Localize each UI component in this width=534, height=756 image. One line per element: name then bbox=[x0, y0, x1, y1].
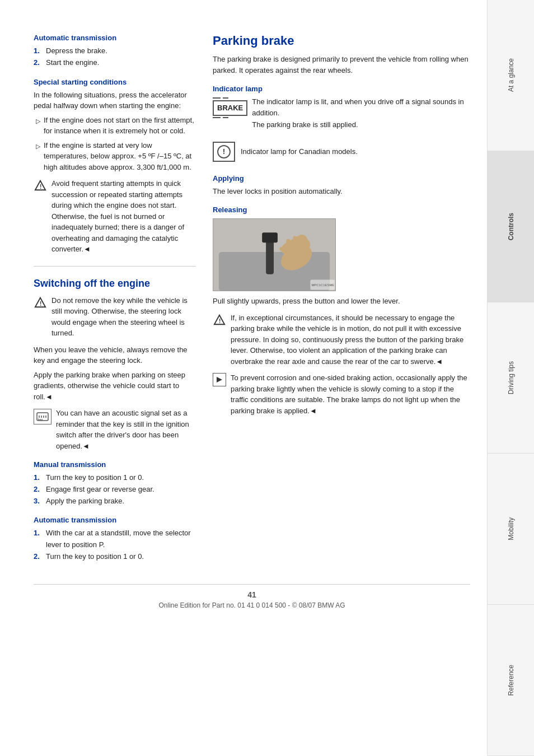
releasing-title: Releasing bbox=[213, 206, 470, 214]
warning-box-2: ! If, in exceptional circumstances, it s… bbox=[213, 312, 470, 367]
warning-triangle-icon: ! bbox=[34, 179, 47, 192]
warning-box-switching: ! Do not remove the key while the vehicl… bbox=[34, 295, 196, 339]
switching-p1: When you leave the vehicle, always remov… bbox=[34, 344, 196, 366]
copyright-text: Online Edition for Part no. 01 41 0 014 … bbox=[34, 601, 470, 609]
indicator-lamp-title: Indicator lamp bbox=[213, 85, 470, 93]
svg-text:!: ! bbox=[40, 300, 41, 306]
indicator-line bbox=[213, 117, 221, 118]
svg-text:!: ! bbox=[40, 184, 41, 190]
list-item: 1. Depress the brake. bbox=[34, 45, 196, 57]
svg-marker-23 bbox=[217, 377, 222, 382]
bullet-arrow: ▷ bbox=[36, 116, 40, 126]
warning-box-1: ! Avoid frequent starting attempts in qu… bbox=[34, 178, 196, 255]
reminder-note-box: key You can have an acoustic signal set … bbox=[34, 408, 196, 451]
switching-title: Switching off the engine bbox=[34, 278, 196, 290]
applying-text: The lever locks in position automaticall… bbox=[213, 186, 470, 197]
sidebar-section-controls[interactable]: Controls bbox=[488, 151, 534, 302]
sidebar-section-at-a-glance[interactable]: At a glance bbox=[488, 0, 534, 151]
tip-arrow-icon bbox=[213, 373, 226, 386]
special-conditions-intro: In the following situations, press the a… bbox=[34, 90, 196, 111]
canadian-label: Indicator lamp for Canadian models. bbox=[241, 147, 358, 156]
auto-trans-title: Automatic transmission bbox=[34, 34, 196, 42]
tip-box: To prevent corrosion and one-sided braki… bbox=[213, 372, 470, 416]
right-column: Parking brake The parking brake is desig… bbox=[213, 34, 470, 567]
divider bbox=[34, 266, 196, 267]
indicator-line bbox=[213, 97, 221, 99]
indicator-text2: The parking brake is still applied. bbox=[252, 119, 470, 130]
canadian-indicator-icon: ! bbox=[213, 142, 235, 162]
svg-rect-12 bbox=[262, 232, 278, 242]
page-number: 41 bbox=[34, 590, 470, 599]
bullet-arrow: ▷ bbox=[36, 142, 40, 151]
applying-title: Applying bbox=[213, 174, 470, 183]
auto-trans2-steps: 1. With the car at a standstill, move th… bbox=[34, 528, 196, 562]
list-item: ▷ If the engine is started at very low t… bbox=[34, 140, 196, 173]
circle-i-icon: ! bbox=[217, 145, 231, 158]
manual-trans-steps: 1. Turn the key to position 1 or 0. 2. E… bbox=[34, 472, 196, 507]
list-item: 2. Turn the key to position 1 or 0. bbox=[34, 551, 196, 563]
parking-brake-image: MPC1C1ESME bbox=[213, 218, 336, 291]
list-item: ▷ If the engine does not start on the fi… bbox=[34, 115, 196, 137]
svg-text:!: ! bbox=[219, 318, 221, 324]
auto-trans2-title: Automatic transmission bbox=[34, 516, 196, 524]
key-icon: key bbox=[34, 409, 51, 424]
sidebar-section-mobility[interactable]: Mobility bbox=[488, 454, 534, 605]
special-conditions-list: ▷ If the engine does not start on the fi… bbox=[34, 115, 196, 173]
parking-brake-intro: The parking brake is designed primarily … bbox=[213, 54, 470, 76]
warning-triangle-icon-2: ! bbox=[213, 313, 226, 326]
indicator-line bbox=[223, 117, 228, 118]
manual-trans-title: Manual transmission bbox=[34, 460, 196, 469]
svg-text:MPC1C1ESME: MPC1C1ESME bbox=[311, 283, 334, 287]
list-item: 3. Apply the parking brake. bbox=[34, 496, 196, 507]
auto-trans-steps: 1. Depress the brake. 2. Start the engin… bbox=[34, 45, 196, 69]
sidebar-section-reference[interactable]: Reference bbox=[488, 605, 534, 756]
switching-p2: Apply the parking brake when parking on … bbox=[34, 370, 196, 403]
right-sidebar: At a glance Controls Driving tips Mobili… bbox=[487, 0, 534, 756]
parking-brake-title: Parking brake bbox=[213, 34, 470, 48]
sidebar-section-driving-tips[interactable]: Driving tips bbox=[488, 302, 534, 454]
list-item: 2. Start the engine. bbox=[34, 57, 196, 69]
page-footer: 41 Online Edition for Part no. 01 41 0 0… bbox=[34, 584, 470, 609]
canadian-indicator-row: ! Indicator lamp for Canadian models. bbox=[213, 138, 470, 165]
main-content: Automatic transmission 1. Depress the br… bbox=[0, 0, 487, 756]
special-conditions-title: Special starting conditions bbox=[34, 78, 196, 86]
brake-indicator-1: BRAKE The indicator lamp is lit, and whe… bbox=[213, 96, 470, 134]
warning-triangle-icon: ! bbox=[34, 296, 47, 309]
releasing-caption: Pull slightly upwards, press the button … bbox=[213, 296, 470, 307]
list-item: 1. Turn the key to position 1 or 0. bbox=[34, 472, 196, 484]
reminder-icon: key bbox=[34, 408, 51, 426]
indicator-text1: The indicator lamp is lit, and when you … bbox=[252, 96, 470, 118]
indicator-line bbox=[223, 97, 228, 99]
list-item: 2. Engage first gear or reverse gear. bbox=[34, 484, 196, 496]
svg-text:key: key bbox=[38, 418, 43, 421]
list-item: 1. With the car at a standstill, move th… bbox=[34, 528, 196, 551]
brake-label: BRAKE bbox=[213, 100, 247, 116]
left-column: Automatic transmission 1. Depress the br… bbox=[34, 34, 196, 567]
